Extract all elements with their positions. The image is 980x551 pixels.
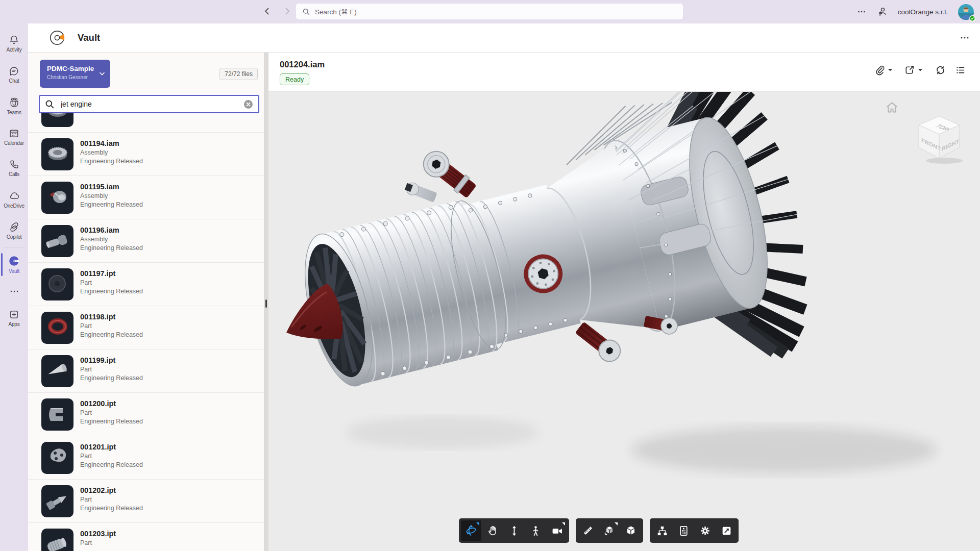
file-thumbnail [41,355,74,387]
apps-icon [9,309,19,320]
active-indicator [1,253,3,276]
zoom-button[interactable] [504,520,524,541]
file-state: Engineering Released [80,201,143,209]
model-browser-button[interactable] [652,520,672,541]
resize-grip[interactable] [265,299,267,308]
search-icon [45,99,55,109]
file-list-item[interactable]: 001198.iptPartEngineering Released [28,306,264,349]
teams-icon [9,97,20,108]
global-search[interactable]: Search (⌘ E) [296,4,683,19]
file-state: Engineering Released [80,461,143,469]
sidebar-item-chat[interactable]: Chat [0,59,28,90]
forward-arrow[interactable] [282,4,293,18]
copilot-icon [9,221,20,233]
chevron-down-icon [100,72,105,76]
presence-available-icon [969,15,975,21]
file-name: 001201.ipt [80,442,143,452]
export-icon[interactable] [904,65,915,76]
home-icon[interactable] [885,101,899,114]
clear-search-icon[interactable] [243,99,253,109]
file-meta: 001202.iptPartEngineering Released [80,485,143,522]
navigation-tool-group [459,518,569,543]
sidebar-item-onedrive[interactable]: OneDrive [0,184,28,215]
user-alert-icon[interactable] [876,6,888,17]
sync-icon[interactable] [935,65,946,76]
sidebar-item-copilot[interactable]: Copilot [0,215,28,246]
file-meta: 001194.iamAssemblyEngineering Released [80,138,143,176]
file-list-item[interactable]: 001200.iptPartEngineering Released [28,393,264,436]
sidebar-item-teams[interactable]: Teams [0,90,28,121]
model-button[interactable] [621,520,641,541]
export-dropdown-icon[interactable] [918,68,923,72]
viewer-header: 001204.iam Ready [268,53,980,92]
file-state: Engineering Released [80,374,143,383]
file-list-item[interactable]: 001195.iamAssemblyEngineering Released [28,176,264,219]
file-state: Engineering Released [80,504,143,513]
file-list-item[interactable]: 001194.iamAssemblyEngineering Released [28,133,264,176]
walk-button[interactable] [525,520,546,541]
file-thumbnail [41,138,74,170]
file-search-box[interactable] [39,95,259,113]
attach-icon[interactable] [874,65,885,76]
file-type: Part [80,539,116,547]
settings-button[interactable] [695,520,715,541]
file-thumbnail [41,268,74,300]
pan-button[interactable] [482,520,503,541]
vault-selector-button[interactable]: PDMC-Sample Christian Gessner [40,60,110,88]
file-list-item[interactable]: Engineering Released [28,113,264,133]
viewer-canvas[interactable]: TOP FRONT RIGHT [268,92,980,551]
file-list-item[interactable]: 001201.iptPartEngineering Released [28,436,264,480]
file-list-item[interactable]: 001203.iptPart [28,523,264,551]
orbit-button[interactable] [461,520,481,541]
file-list: Engineering Released001194.iamAssemblyEn… [28,113,264,551]
file-list-item[interactable]: 001197.iptPartEngineering Released [28,263,264,306]
vault-owner: Christian Gessner [47,74,104,80]
file-type: Assembly [80,192,143,201]
phone-icon [9,159,19,170]
page-title: Vault [78,32,100,43]
file-state: Engineering Released [80,244,143,253]
file-type: Part [80,279,143,287]
file-state: Engineering Released [80,287,143,296]
file-state: Engineering Released [80,331,143,339]
attach-dropdown-icon[interactable] [888,68,893,72]
search-input[interactable] [60,99,238,109]
calendar-icon [9,128,19,139]
cloud-icon [9,190,20,202]
more-icon [10,290,19,293]
file-list-item[interactable]: 001199.iptPartEngineering Released [28,349,264,393]
vault-app-header: Vault [28,23,980,53]
list-icon[interactable] [955,65,966,76]
back-arrow[interactable] [261,4,273,18]
properties-button[interactable] [673,520,694,541]
analyze-tool-group [576,518,643,543]
file-name: 001199.ipt [80,355,143,365]
file-list-item[interactable]: 001202.iptPartEngineering Released [28,480,264,523]
engine-3d-model[interactable] [268,92,980,551]
file-type: Part [80,409,143,417]
measure-button[interactable] [578,520,598,541]
file-name: 001198.ipt [80,312,143,322]
camera-button[interactable] [547,520,567,541]
file-thumbnail [41,529,74,551]
sidebar-item-vault[interactable]: Vault [0,249,28,280]
sidebar-item-calendar[interactable]: Calendar [0,121,28,153]
rail-more-button[interactable] [0,280,28,303]
avatar[interactable] [958,4,974,20]
file-meta: 001198.iptPartEngineering Released [80,312,143,349]
file-list-item[interactable]: 001196.iamAssemblyEngineering Released [28,219,264,263]
view-cube[interactable]: TOP FRONT RIGHT [915,112,968,165]
app-more-icon[interactable] [960,33,970,43]
ar-view-button[interactable] [599,520,620,541]
more-icon[interactable] [857,7,866,16]
sidebar-item-activity[interactable]: Activity [0,28,28,59]
sidebar-item-calls[interactable]: Calls [0,153,28,184]
fullscreen-button[interactable] [716,520,737,541]
file-name: 001194.iam [80,138,143,148]
panel-resize-handle[interactable] [264,53,268,551]
file-meta: 001197.iptPartEngineering Released [80,268,143,306]
file-name: 001203.ipt [80,529,116,539]
sidebar-item-apps[interactable]: Apps [0,303,28,334]
file-name: 001197.ipt [80,268,143,279]
file-meta: 001200.iptPartEngineering Released [80,398,143,436]
